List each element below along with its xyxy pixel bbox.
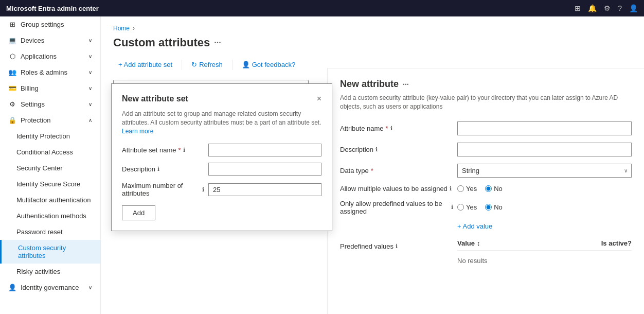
sidebar-item-multifactor-auth[interactable]: Multifactor authentication [0, 192, 100, 208]
page-more-icon[interactable]: ··· [214, 38, 221, 47]
required-marker: * [178, 146, 181, 154]
info-icon[interactable]: ℹ [451, 204, 453, 211]
main-content: Home › Custom attributes ··· + Add attri… [101, 16, 644, 314]
sidebar-item-label: Risky activities [16, 268, 60, 275]
add-button[interactable]: Add [122, 205, 155, 220]
info-icon[interactable]: ℹ [157, 166, 159, 172]
feedback-icon: 👤 [242, 61, 250, 68]
radio-no-predefined-only[interactable]: No [485, 203, 503, 211]
feedback-label: Got feedback? [252, 61, 296, 68]
sidebar-item-billing[interactable]: 💳 Billing ∨ [0, 80, 100, 96]
panel-description-input[interactable] [457, 143, 632, 156]
radio-yes-predefined-only[interactable]: Yes [457, 203, 477, 211]
form-row-description: Description ℹ [122, 163, 321, 176]
sidebar-item-settings[interactable]: ⚙ Settings ∨ [0, 96, 100, 112]
col-value-header: Value ↕ [457, 239, 586, 247]
learn-more-link[interactable]: Learn more [122, 128, 153, 135]
panel-data-type-select-wrap: String Integer Boolean ∨ [457, 164, 632, 178]
modal-title: New attribute set [122, 94, 188, 103]
form-row-max-attrs: Maximum number of attributes ℹ [122, 182, 321, 197]
topbar-icons: ⊞ 🔔 ⚙ ? 👤 [575, 4, 638, 12]
sidebar-item-label: Identity governance [21, 284, 79, 291]
sidebar-item-auth-methods[interactable]: Authentication methods [0, 208, 100, 224]
info-icon[interactable]: ℹ [450, 185, 452, 192]
panel-more-icon[interactable]: ··· [403, 80, 409, 89]
refresh-button[interactable]: ↻ Refresh [186, 58, 228, 72]
sidebar-item-label: Identity Protection [16, 132, 70, 140]
panel-label-description: Description ℹ [340, 146, 453, 153]
user-icon[interactable]: 👤 [629, 4, 638, 12]
info-icon[interactable]: ℹ [375, 146, 378, 153]
panel-row-allow-multiple: Allow multiple values to be assigned ℹ Y… [340, 185, 632, 193]
max-attrs-input[interactable] [208, 183, 321, 196]
chevron-down-icon: ∨ [88, 38, 92, 43]
breadcrumb: Home › [113, 25, 632, 32]
panel-row-predefined-values: Predefined values ℹ + Add value Value ↕ … [340, 222, 632, 271]
sidebar-item-label: Applications [21, 53, 57, 60]
panel-label-predefined-only: Only allow predefined values to be assig… [340, 200, 453, 215]
page-title-row: Custom attributes ··· [113, 36, 632, 49]
chevron-up-icon: ∧ [88, 117, 92, 123]
gear-icon[interactable]: ⚙ [604, 4, 611, 12]
form-label-max-attrs: Maximum number of attributes ℹ [122, 182, 204, 197]
sidebar-item-label: Settings [21, 100, 45, 108]
add-attribute-set-button[interactable]: + Add attribute set [113, 58, 177, 72]
info-icon[interactable]: ℹ [183, 147, 185, 153]
sidebar-item-protection[interactable]: 🔒 Protection ∧ [0, 112, 100, 128]
sort-icon[interactable]: ↕ [477, 239, 480, 247]
col-active-header: Is active? [591, 239, 632, 247]
description-input[interactable] [208, 163, 321, 176]
settings-sidebar-icon: ⚙ [8, 100, 16, 108]
sidebar-item-security-center[interactable]: Security Center [0, 160, 100, 176]
breadcrumb-separator: › [133, 25, 135, 32]
sidebar: ⊞ Group settings 💻 Devices ∨ ⬡ Applicati… [0, 16, 101, 314]
roles-icon: 👥 [8, 68, 16, 76]
sidebar-item-identity-governance[interactable]: 👤 Identity governance ∨ [0, 280, 100, 295]
notification-icon[interactable]: 🔔 [588, 4, 597, 12]
info-icon[interactable]: ℹ [390, 125, 392, 132]
panel-data-type-select[interactable]: String Integer Boolean [457, 164, 632, 178]
modal-header: New attribute set × [122, 94, 321, 103]
radio-no-allow-multiple[interactable]: No [485, 185, 503, 193]
required-marker: * [371, 167, 373, 175]
panel-new-attribute: New attribute ··· Add a custom security … [327, 68, 644, 314]
sidebar-item-identity-protection[interactable]: Identity Protection [0, 128, 100, 144]
panel-attr-name-input[interactable] [457, 121, 632, 135]
predefined-table-header: Value ↕ Is active? [457, 236, 632, 251]
feedback-button[interactable]: 👤 Got feedback? [237, 58, 301, 72]
panel-title: New attribute [340, 79, 399, 90]
panel-label-allow-multiple: Allow multiple values to be assigned ℹ [340, 185, 453, 193]
required-marker: * [386, 125, 388, 132]
settings-icon[interactable]: ⊞ [575, 4, 581, 12]
form-label-attr-set-name: Attribute set name * ℹ [122, 146, 204, 154]
refresh-icon: ↻ [191, 61, 197, 68]
panel-title-row: New attribute ··· [340, 79, 632, 90]
sidebar-item-password-reset[interactable]: Password reset [0, 224, 100, 240]
sidebar-item-conditional-access[interactable]: Conditional Access [0, 144, 100, 160]
protection-icon: 🔒 [8, 116, 16, 124]
sidebar-item-roles-admins[interactable]: 👥 Roles & admins ∨ [0, 64, 100, 80]
predefined-values-section: + Add value Value ↕ Is active? No result… [457, 222, 632, 271]
panel-label-attr-name: Attribute name * ℹ [340, 125, 453, 132]
panel-label-data-type: Data type * [340, 167, 453, 175]
sidebar-item-label: Conditional Access [16, 148, 73, 156]
info-icon[interactable]: ℹ [202, 186, 204, 193]
add-value-button[interactable]: + Add value [457, 222, 492, 230]
sidebar-item-group-settings[interactable]: ⊞ Group settings [0, 16, 100, 32]
chevron-down-icon: ∨ [88, 285, 92, 290]
refresh-label: Refresh [199, 61, 223, 68]
sidebar-item-label: Password reset [16, 228, 63, 236]
radio-yes-allow-multiple[interactable]: Yes [457, 185, 477, 193]
info-icon[interactable]: ℹ [396, 243, 398, 250]
modal-close-button[interactable]: × [317, 94, 321, 103]
sidebar-item-identity-secure-score[interactable]: Identity Secure Score [0, 176, 100, 192]
sidebar-item-applications[interactable]: ⬡ Applications ∨ [0, 48, 100, 64]
predefined-only-radio-group: Yes No [457, 203, 632, 211]
sidebar-item-devices[interactable]: 💻 Devices ∨ [0, 32, 100, 48]
sidebar-item-risky-activities[interactable]: Risky activities [0, 264, 100, 280]
sidebar-item-custom-security-attrs[interactable]: Custom security attributes [0, 240, 100, 264]
attr-set-name-input[interactable] [208, 144, 321, 156]
help-icon[interactable]: ? [618, 4, 622, 12]
breadcrumb-home-link[interactable]: Home [113, 25, 130, 32]
applications-icon: ⬡ [8, 53, 16, 60]
